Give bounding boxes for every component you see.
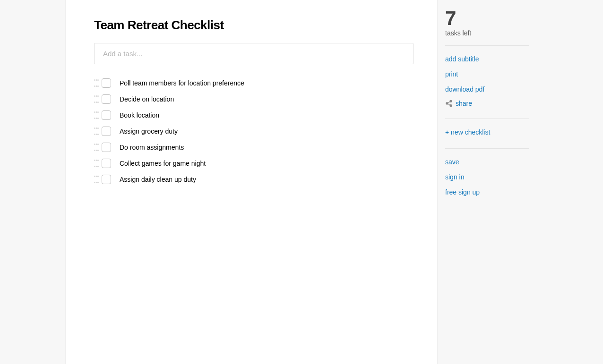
task-item: Do room assignments (94, 143, 413, 152)
task-list: Poll team members for location preferenc… (94, 78, 413, 184)
drag-handle-icon[interactable] (94, 111, 99, 119)
drag-handle-icon[interactable] (94, 79, 99, 87)
task-checkbox[interactable] (102, 110, 111, 120)
task-item: Decide on location (94, 94, 413, 104)
task-item: Poll team members for location preferenc… (94, 78, 413, 88)
divider (445, 45, 529, 46)
task-checkbox[interactable] (102, 78, 111, 88)
svg-line-3 (448, 102, 450, 103)
share-row[interactable]: share (445, 97, 529, 110)
new-checklist-link[interactable]: + new checklist (445, 125, 529, 140)
task-checkbox[interactable] (102, 159, 111, 168)
task-text[interactable]: Assign grocery duty (120, 127, 178, 135)
share-icon (445, 100, 453, 107)
task-text[interactable]: Assign daily clean up duty (120, 176, 196, 183)
download-pdf-link[interactable]: download pdf (445, 82, 529, 97)
drag-handle-icon[interactable] (94, 176, 99, 183)
task-text[interactable]: Poll team members for location preferenc… (120, 79, 244, 87)
task-item: Book location (94, 110, 413, 120)
task-text[interactable]: Collect games for game night (120, 160, 206, 167)
tasks-left-count: 7 (445, 8, 529, 28)
page-title: Team Retreat Checklist (94, 18, 413, 33)
svg-point-2 (450, 105, 452, 107)
add-subtitle-link[interactable]: add subtitle (445, 51, 529, 67)
task-text[interactable]: Do room assignments (120, 144, 184, 151)
divider (445, 119, 529, 119)
drag-handle-icon[interactable] (94, 144, 99, 151)
main-panel: Team Retreat Checklist Poll team members… (65, 0, 438, 364)
add-task-input[interactable] (94, 43, 413, 64)
svg-point-1 (446, 102, 448, 104)
drag-handle-icon[interactable] (94, 95, 99, 103)
save-link[interactable]: save (445, 154, 529, 169)
task-checkbox[interactable] (102, 127, 111, 136)
svg-line-4 (448, 104, 450, 105)
drag-handle-icon[interactable] (94, 127, 99, 135)
task-item: Assign daily clean up duty (94, 175, 413, 184)
drag-handle-icon[interactable] (94, 160, 99, 167)
tasks-left-label: tasks left (445, 29, 529, 37)
task-text[interactable]: Book location (120, 111, 159, 119)
task-checkbox[interactable] (102, 143, 111, 152)
divider (445, 148, 529, 149)
svg-point-0 (450, 100, 452, 102)
share-link[interactable]: share (456, 100, 472, 107)
sidebar: 7 tasks left add subtitle print download… (438, 0, 537, 364)
task-checkbox[interactable] (102, 94, 111, 104)
task-checkbox[interactable] (102, 175, 111, 184)
task-text[interactable]: Decide on location (120, 95, 174, 103)
print-link[interactable]: print (445, 67, 529, 82)
task-item: Assign grocery duty (94, 127, 413, 136)
sign-in-link[interactable]: sign in (445, 169, 529, 185)
task-item: Collect games for game night (94, 159, 413, 168)
free-sign-up-link[interactable]: free sign up (445, 185, 529, 200)
